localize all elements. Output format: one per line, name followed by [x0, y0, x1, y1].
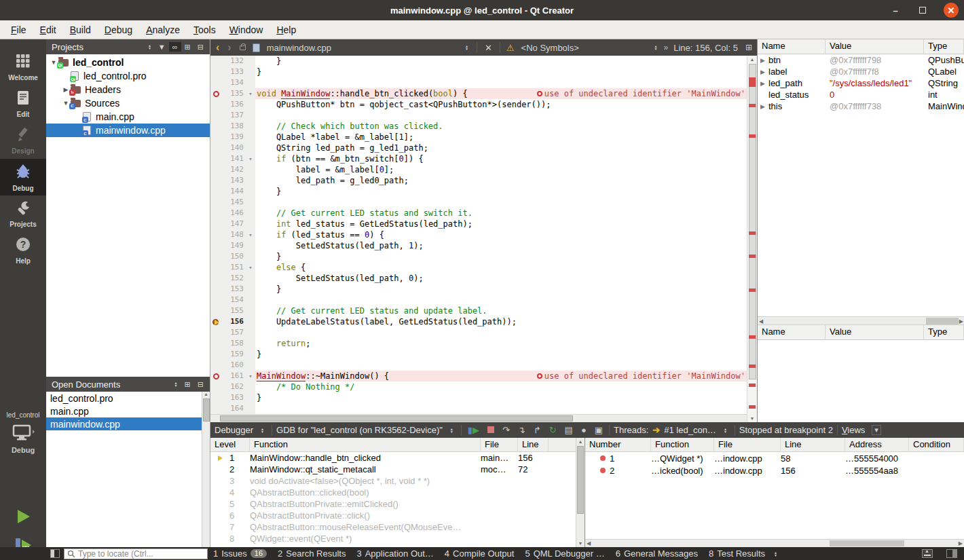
line-number[interactable]: 155 [221, 305, 246, 316]
breakpoint-margin[interactable] [210, 67, 221, 77]
open-document-mainwindow.cpp[interactable]: mainwindow.cpp [46, 417, 210, 430]
close-panel-icon[interactable]: ⊟ [194, 379, 207, 390]
split-editor-icon[interactable]: ⊞ [743, 43, 754, 52]
split-panel-icon[interactable]: ⊞ [181, 42, 194, 52]
code-line-151[interactable]: 151▾ else { [210, 262, 747, 273]
code-line-158[interactable]: 158 return; [210, 338, 747, 349]
line-number[interactable]: 135 [221, 88, 246, 99]
tree-item-led_control[interactable]: ▼Qtled_control [46, 56, 210, 69]
breakpoint-margin[interactable] [210, 295, 221, 305]
menu-edit[interactable]: Edit [33, 22, 63, 38]
thread-updown-icon[interactable]: ▲▼ [720, 427, 730, 434]
go-back-icon[interactable]: ‹ [213, 41, 222, 54]
menu-tools[interactable]: Tools [187, 22, 223, 38]
output-pane-qml-debugger-[interactable]: 5QML Debugger … [519, 547, 610, 560]
step-over-icon[interactable]: ↷ [500, 425, 512, 435]
breakpoint-current-icon[interactable] [212, 318, 220, 326]
engine-updown-icon[interactable]: ▲▼ [447, 427, 457, 434]
line-number[interactable]: 137 [221, 110, 246, 121]
breakpoint-margin[interactable] [210, 208, 221, 219]
minimize-button[interactable]: – [889, 5, 902, 16]
code-line-140[interactable]: 140 QString led_path = g_led1_path; [210, 143, 747, 153]
line-number[interactable]: 145 [221, 197, 246, 208]
debug-engine-selector[interactable]: GDB for "led_control (on RK3562-Device)" [276, 425, 443, 435]
editor-horizontal-scrollbar[interactable] [210, 414, 747, 422]
line-number[interactable]: 164 [221, 403, 246, 414]
line-number[interactable]: 148 [221, 229, 246, 240]
local-variable-led_path[interactable]: ▶led_path"/sys/class/leds/led1"QString [758, 77, 964, 89]
menu-file[interactable]: File [4, 22, 33, 38]
go-forward-icon[interactable]: › [225, 41, 234, 54]
panes-updown-icon[interactable]: ▲▼ [771, 550, 781, 557]
breakpoint-margin[interactable] [210, 175, 221, 186]
code-line-143[interactable]: 143 led_path = g_led0_path; [210, 175, 747, 186]
code-line-147[interactable]: 147 int led_status = GetLedStatus(led_pa… [210, 219, 747, 229]
line-number[interactable]: 159 [221, 349, 246, 360]
line-number[interactable]: 132 [221, 56, 246, 67]
code-line-137[interactable]: 137 [210, 110, 747, 121]
locals-horizontal-scrollbar[interactable]: ◀ ▶ [758, 316, 964, 325]
code-line-155[interactable]: 155 // Get current LED status and update… [210, 305, 747, 316]
menu-analyze[interactable]: Analyze [139, 22, 187, 38]
breakpoints-horizontal-scrollbar[interactable]: ◀ ▶ [585, 539, 964, 547]
breakpoint-margin[interactable] [210, 327, 221, 338]
line-number[interactable]: 157 [221, 327, 246, 338]
code-line-153[interactable]: 153 } [210, 284, 747, 295]
breakpoint-margin[interactable] [210, 164, 221, 175]
expander-icon[interactable]: ▶ [760, 103, 768, 110]
panel-switch-updown-icon[interactable]: ▲▼ [145, 43, 155, 50]
breakpoint-margin[interactable] [210, 186, 221, 197]
line-number[interactable]: 139 [221, 132, 246, 143]
breakpoint-margin[interactable] [210, 381, 221, 392]
code-line-132[interactable]: 132 } [210, 56, 747, 67]
line-number[interactable]: 151 [221, 262, 246, 273]
breakpoint-margin[interactable] [210, 219, 221, 229]
mode-edit[interactable]: Edit [0, 86, 46, 122]
breakpoint-margin[interactable] [210, 99, 221, 110]
line-number[interactable]: 141 [221, 153, 246, 164]
kit-selector[interactable]: Debug [0, 424, 46, 454]
breakpoint-margin[interactable] [210, 251, 221, 262]
locator-input[interactable] [64, 548, 208, 559]
code-line-150[interactable]: 150 } [210, 251, 747, 262]
file-dropdown-icon[interactable]: ▲▼ [462, 44, 472, 51]
line-number[interactable]: 163 [221, 392, 246, 403]
stack-scrollbar[interactable]: ▲ ▼ [576, 438, 585, 547]
local-variable-led_status[interactable]: led_status0int [758, 89, 964, 100]
close-panel-icon[interactable]: ⊟ [194, 42, 207, 52]
snapshot-icon[interactable]: ▣ [593, 425, 605, 435]
mode-projects[interactable]: Projects [0, 195, 46, 232]
editor-vertical-scrollbar[interactable]: ▲ ▼ [747, 56, 757, 422]
close-document-icon[interactable]: ✕ [482, 43, 495, 53]
line-number[interactable]: 152 [221, 273, 246, 284]
debugger-perspective-label[interactable]: Debugger [215, 425, 253, 435]
code-line-144[interactable]: 144 } [210, 186, 747, 197]
line-number[interactable]: 162 [221, 381, 246, 392]
fold-marker-icon[interactable]: ▾ [246, 229, 255, 240]
code-line-148[interactable]: 148▾ if (led_status == 0) { [210, 229, 747, 240]
tree-item-led_control.pro[interactable]: Qtled_control.pro [46, 69, 210, 83]
code-line-142[interactable]: 142 label = &m_label[0]; [210, 164, 747, 175]
stack-frame-8[interactable]: 8QWidget::event(QEvent *) [210, 533, 585, 544]
fold-marker-icon[interactable]: ▾ [246, 262, 255, 273]
line-number[interactable]: 153 [221, 284, 246, 295]
perspective-updown-icon[interactable]: ▲▼ [257, 427, 267, 434]
output-pane-search-results[interactable]: 2Search Results [272, 547, 351, 560]
breakpoint-margin[interactable] [210, 392, 221, 403]
views-menu[interactable]: Views [842, 425, 865, 435]
breakpoint-margin[interactable] [210, 197, 221, 208]
open-document-led_control.pro[interactable]: led_control.pro [46, 392, 210, 405]
code-editor[interactable]: 132 }133}134135▾void MainWindow::handle_… [210, 56, 747, 414]
code-line-134[interactable]: 134 [210, 77, 747, 88]
line-number[interactable]: 156 [221, 316, 246, 327]
breakpoint-margin[interactable] [210, 56, 221, 67]
breakpoint-margin[interactable] [210, 316, 221, 327]
line-number[interactable]: 133 [221, 67, 246, 77]
line-number[interactable]: 138 [221, 121, 246, 132]
menu-help[interactable]: Help [270, 22, 303, 38]
code-line-161[interactable]: 161▾MainWindow::~MainWindow() {use of un… [210, 371, 747, 381]
stack-frame-3[interactable]: 3void doActivate<false>(QObject *, int, … [210, 475, 585, 487]
fold-marker-icon[interactable]: ▾ [246, 88, 255, 99]
output-pane-application-out-[interactable]: 3Application Out… [351, 547, 439, 560]
expander-icon[interactable]: ▶ [760, 80, 768, 87]
